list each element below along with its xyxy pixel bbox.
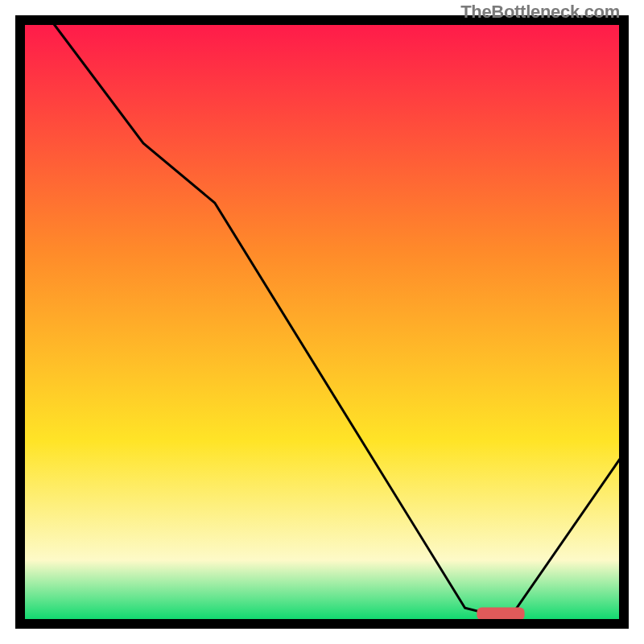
- attribution-label: TheBottleneck.com: [460, 2, 620, 23]
- plot-area: [20, 20, 624, 624]
- optimal-marker: [477, 608, 524, 621]
- chart-container: TheBottleneck.com: [0, 0, 644, 644]
- bottleneck-chart: [0, 0, 644, 644]
- gradient-background: [24, 24, 620, 620]
